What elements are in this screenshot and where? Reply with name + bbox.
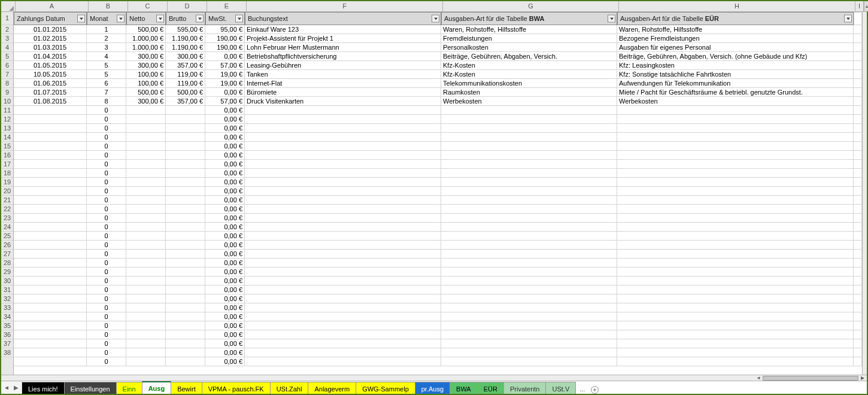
cell-datum[interactable] bbox=[14, 250, 87, 259]
cell-brutto[interactable]: 119,00 € bbox=[166, 70, 205, 79]
row-number[interactable]: 1 bbox=[1, 12, 13, 25]
cell-eur[interactable] bbox=[617, 232, 854, 241]
cell-empty-I[interactable] bbox=[854, 88, 862, 97]
cell-bwa[interactable] bbox=[441, 205, 617, 214]
cell-bwa[interactable] bbox=[441, 285, 617, 294]
cell-buchungstext[interactable]: Tanken bbox=[245, 70, 441, 79]
cell-monat[interactable]: 8 bbox=[87, 97, 126, 106]
cell-monat[interactable]: 0 bbox=[87, 330, 126, 339]
row-number[interactable]: 33 bbox=[1, 303, 13, 312]
cell-buchungstext[interactable] bbox=[245, 115, 441, 124]
cell-netto[interactable] bbox=[126, 196, 166, 205]
cell-mwst[interactable]: 190,00 € bbox=[205, 34, 245, 43]
cell-monat[interactable]: 0 bbox=[87, 232, 126, 241]
cell-empty-I[interactable] bbox=[854, 312, 862, 321]
cell-eur[interactable]: Aufwendungen für Telekommunikation bbox=[617, 79, 854, 88]
cell-datum[interactable] bbox=[14, 348, 87, 357]
cell-empty-I[interactable] bbox=[854, 348, 862, 357]
cell-mwst[interactable]: 0,00 € bbox=[205, 115, 245, 124]
cell-empty-I[interactable] bbox=[854, 223, 862, 232]
cell-netto[interactable]: 100,00 € bbox=[126, 70, 166, 79]
col-letter-I[interactable]: I bbox=[855, 1, 864, 11]
row-number[interactable]: 4 bbox=[1, 43, 13, 52]
cell-bwa[interactable] bbox=[441, 259, 617, 268]
header-ausgaben-art-eur[interactable]: Ausgaben-Art für die Tabelle EÜR bbox=[617, 12, 854, 25]
cell-empty-I[interactable] bbox=[854, 160, 862, 169]
sheet-nav-next[interactable]: ▶ bbox=[13, 384, 19, 391]
cell-datum[interactable] bbox=[14, 151, 87, 160]
cell-eur[interactable] bbox=[617, 196, 854, 205]
cell-netto[interactable] bbox=[126, 241, 166, 250]
cell-bwa[interactable]: Kfz-Kosten bbox=[441, 70, 617, 79]
cell-datum[interactable] bbox=[14, 241, 87, 250]
cell-bwa[interactable] bbox=[441, 160, 617, 169]
cell-netto[interactable] bbox=[126, 339, 166, 348]
cell-datum[interactable] bbox=[14, 115, 87, 124]
cell-netto[interactable] bbox=[126, 142, 166, 151]
row-number[interactable]: 32 bbox=[1, 294, 13, 303]
cell-brutto[interactable] bbox=[166, 169, 205, 178]
cell-empty-I[interactable] bbox=[854, 321, 862, 330]
cell-eur[interactable] bbox=[617, 142, 854, 151]
cell-mwst[interactable]: 95,00 € bbox=[205, 25, 245, 34]
sheet-tab[interactable]: Ausg bbox=[142, 381, 172, 394]
header-monat[interactable]: Monat bbox=[87, 12, 126, 25]
cell-netto[interactable] bbox=[126, 294, 166, 303]
cell-bwa[interactable] bbox=[441, 169, 617, 178]
row-number[interactable]: 10 bbox=[1, 97, 13, 106]
cell-buchungstext[interactable] bbox=[245, 178, 441, 187]
cell-bwa[interactable]: Raumkosten bbox=[441, 88, 617, 97]
cell-brutto[interactable] bbox=[166, 348, 205, 357]
cell-mwst[interactable]: 0,00 € bbox=[205, 214, 245, 223]
cell-eur[interactable] bbox=[617, 169, 854, 178]
cell-netto[interactable] bbox=[126, 178, 166, 187]
col-letter-B[interactable]: B bbox=[89, 1, 128, 11]
cell-datum[interactable]: 01.01.2015 bbox=[14, 25, 87, 34]
cell-monat[interactable]: 0 bbox=[87, 268, 126, 276]
cell-netto[interactable] bbox=[126, 214, 166, 223]
cell-mwst[interactable]: 0,00 € bbox=[205, 312, 245, 321]
cell-bwa[interactable] bbox=[441, 330, 617, 339]
cell-brutto[interactable] bbox=[166, 259, 205, 268]
row-number[interactable]: 37 bbox=[1, 339, 13, 348]
cell-eur[interactable] bbox=[617, 276, 854, 285]
cell-datum[interactable] bbox=[14, 232, 87, 241]
cell-buchungstext[interactable]: Betriebshaftpflichtversicherung bbox=[245, 52, 441, 61]
cell-eur[interactable] bbox=[617, 348, 854, 357]
row-number[interactable]: 2 bbox=[1, 25, 13, 34]
cell-mwst[interactable]: 0,00 € bbox=[205, 106, 245, 115]
cell-bwa[interactable] bbox=[441, 214, 617, 223]
row-number[interactable]: 20 bbox=[1, 187, 13, 196]
cell-eur[interactable] bbox=[617, 133, 854, 142]
row-number[interactable]: 6 bbox=[1, 61, 13, 70]
cell-brutto[interactable]: 1.190,00 € bbox=[166, 43, 205, 52]
cell-bwa[interactable] bbox=[441, 124, 617, 133]
cell-bwa[interactable] bbox=[441, 115, 617, 124]
sheet-tabs-overflow[interactable]: ... bbox=[576, 384, 588, 394]
cell-buchungstext[interactable] bbox=[245, 285, 441, 294]
cell-monat[interactable]: 0 bbox=[87, 250, 126, 259]
cell-netto[interactable] bbox=[126, 205, 166, 214]
cell-mwst[interactable]: 57,00 € bbox=[205, 97, 245, 106]
cell-mwst[interactable]: 0,00 € bbox=[205, 321, 245, 330]
cell-brutto[interactable] bbox=[166, 321, 205, 330]
cell-mwst[interactable]: 190,00 € bbox=[205, 43, 245, 52]
cell-eur[interactable] bbox=[617, 160, 854, 169]
cell-buchungstext[interactable]: Leasing-Gebühren bbox=[245, 61, 441, 70]
row-number[interactable]: 17 bbox=[1, 160, 13, 169]
cell-datum[interactable]: 01.08.2015 bbox=[14, 97, 87, 106]
filter-dropdown-icon[interactable] bbox=[235, 15, 243, 23]
cell-brutto[interactable] bbox=[166, 160, 205, 169]
row-number[interactable]: 16 bbox=[1, 151, 13, 160]
cell-buchungstext[interactable] bbox=[245, 214, 441, 223]
cell-bwa[interactable]: Waren, Rohstoffe, Hilfsstoffe bbox=[441, 25, 617, 34]
cell-netto[interactable] bbox=[126, 169, 166, 178]
cell-empty-I[interactable] bbox=[854, 285, 862, 294]
cell-empty-I[interactable] bbox=[854, 115, 862, 124]
cell-mwst[interactable]: 0,00 € bbox=[205, 169, 245, 178]
cell-empty-I[interactable] bbox=[854, 250, 862, 259]
cell-empty-I[interactable] bbox=[854, 330, 862, 339]
cell-brutto[interactable] bbox=[166, 285, 205, 294]
row-number[interactable]: 28 bbox=[1, 259, 13, 268]
cell-datum[interactable] bbox=[14, 142, 87, 151]
